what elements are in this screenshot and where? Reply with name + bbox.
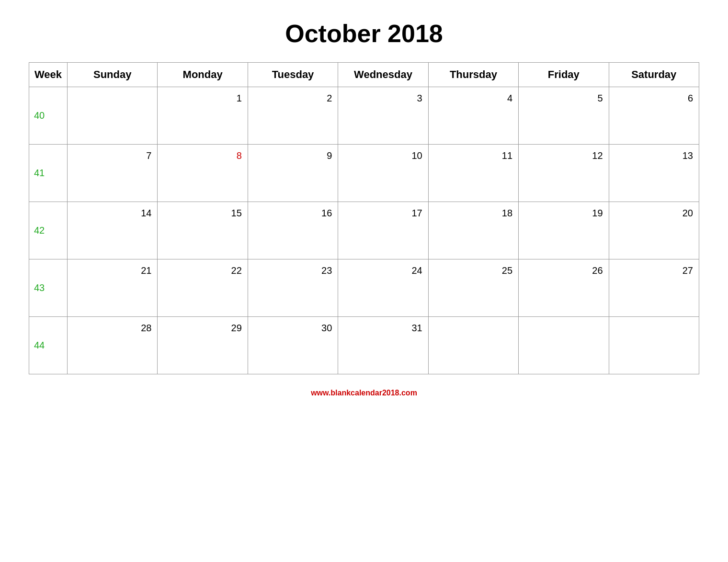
day-cell: 10 bbox=[338, 145, 428, 202]
day-cell bbox=[68, 87, 158, 145]
day-number: 14 bbox=[72, 206, 152, 219]
week-row: 40123456 bbox=[29, 87, 699, 145]
day-cell: 3 bbox=[338, 87, 428, 145]
day-cell: 31 bbox=[338, 317, 428, 374]
day-number: 8 bbox=[162, 148, 242, 161]
calendar-table: WeekSundayMondayTuesdayWednesdayThursday… bbox=[29, 62, 699, 374]
day-number: 6 bbox=[614, 91, 694, 104]
day-cell: 14 bbox=[68, 202, 158, 259]
day-cell: 21 bbox=[68, 259, 158, 317]
day-number: 27 bbox=[614, 263, 694, 276]
col-header-monday: Monday bbox=[158, 63, 248, 87]
day-number: 21 bbox=[72, 263, 152, 276]
day-number: 2 bbox=[253, 91, 333, 104]
day-number: 28 bbox=[72, 321, 152, 334]
week-row: 4428293031 bbox=[29, 317, 699, 374]
day-cell: 1 bbox=[158, 87, 248, 145]
day-number: 7 bbox=[72, 148, 152, 161]
week-number: 42 bbox=[34, 206, 62, 236]
day-cell: 22 bbox=[158, 259, 248, 317]
day-number: 11 bbox=[433, 148, 513, 161]
day-cell: 27 bbox=[609, 259, 699, 317]
day-cell: 29 bbox=[158, 317, 248, 374]
day-cell: 4 bbox=[428, 87, 518, 145]
week-number: 40 bbox=[34, 91, 62, 121]
day-cell: 28 bbox=[68, 317, 158, 374]
week-row: 4178910111213 bbox=[29, 145, 699, 202]
day-number: 29 bbox=[162, 321, 242, 334]
day-cell: 26 bbox=[519, 259, 609, 317]
day-number: 3 bbox=[343, 91, 423, 104]
week-number-cell: 43 bbox=[29, 259, 68, 317]
day-cell: 16 bbox=[248, 202, 338, 259]
day-number: 1 bbox=[162, 91, 242, 104]
day-cell: 13 bbox=[609, 145, 699, 202]
day-number: 20 bbox=[614, 206, 694, 219]
col-header-tuesday: Tuesday bbox=[248, 63, 338, 87]
col-header-friday: Friday bbox=[519, 63, 609, 87]
day-number: 13 bbox=[614, 148, 694, 161]
day-number: 9 bbox=[253, 148, 333, 161]
day-number: 22 bbox=[162, 263, 242, 276]
day-number: 15 bbox=[162, 206, 242, 219]
day-number: 24 bbox=[343, 263, 423, 276]
day-cell: 30 bbox=[248, 317, 338, 374]
page-title: October 2018 bbox=[285, 19, 443, 48]
col-header-saturday: Saturday bbox=[609, 63, 699, 87]
day-cell: 15 bbox=[158, 202, 248, 259]
week-number-cell: 42 bbox=[29, 202, 68, 259]
day-cell: 7 bbox=[68, 145, 158, 202]
day-cell: 11 bbox=[428, 145, 518, 202]
day-cell: 8 bbox=[158, 145, 248, 202]
day-number: 23 bbox=[253, 263, 333, 276]
day-cell bbox=[519, 317, 609, 374]
day-number: 18 bbox=[433, 206, 513, 219]
day-cell: 9 bbox=[248, 145, 338, 202]
day-number: 4 bbox=[433, 91, 513, 104]
col-header-sunday: Sunday bbox=[68, 63, 158, 87]
col-header-wednesday: Wednesday bbox=[338, 63, 428, 87]
week-row: 4214151617181920 bbox=[29, 202, 699, 259]
day-number: 31 bbox=[343, 321, 423, 334]
week-row: 4321222324252627 bbox=[29, 259, 699, 317]
day-number: 16 bbox=[253, 206, 333, 219]
footer-url: www.blankcalendar2018.com bbox=[311, 389, 417, 397]
day-cell: 25 bbox=[428, 259, 518, 317]
day-number: 12 bbox=[523, 148, 603, 161]
header-row: WeekSundayMondayTuesdayWednesdayThursday… bbox=[29, 63, 699, 87]
week-number: 43 bbox=[34, 263, 62, 293]
day-cell: 24 bbox=[338, 259, 428, 317]
day-cell: 12 bbox=[519, 145, 609, 202]
day-cell: 23 bbox=[248, 259, 338, 317]
day-cell: 19 bbox=[519, 202, 609, 259]
day-cell: 20 bbox=[609, 202, 699, 259]
day-cell bbox=[428, 317, 518, 374]
day-cell: 6 bbox=[609, 87, 699, 145]
day-cell: 5 bbox=[519, 87, 609, 145]
week-number-cell: 44 bbox=[29, 317, 68, 374]
day-number: 17 bbox=[343, 206, 423, 219]
day-number: 25 bbox=[433, 263, 513, 276]
week-number: 44 bbox=[34, 321, 62, 351]
week-number-cell: 40 bbox=[29, 87, 68, 145]
day-number: 19 bbox=[523, 206, 603, 219]
day-number: 5 bbox=[523, 91, 603, 104]
day-number: 26 bbox=[523, 263, 603, 276]
week-number: 41 bbox=[34, 148, 62, 179]
day-cell: 17 bbox=[338, 202, 428, 259]
day-number: 10 bbox=[343, 148, 423, 161]
day-cell: 18 bbox=[428, 202, 518, 259]
day-cell bbox=[609, 317, 699, 374]
col-header-week: Week bbox=[29, 63, 68, 87]
col-header-thursday: Thursday bbox=[428, 63, 518, 87]
week-number-cell: 41 bbox=[29, 145, 68, 202]
day-number: 30 bbox=[253, 321, 333, 334]
day-cell: 2 bbox=[248, 87, 338, 145]
